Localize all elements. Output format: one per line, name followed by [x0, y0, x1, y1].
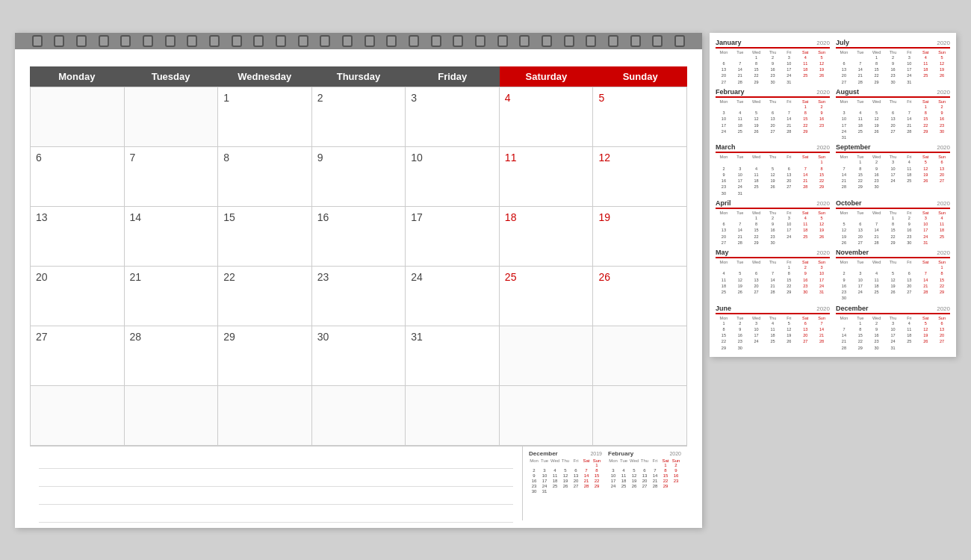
- day-cell: 29: [218, 326, 312, 386]
- small-day: [901, 184, 917, 190]
- day-cell: 4: [500, 87, 594, 147]
- small-day: [765, 345, 781, 351]
- small-day: 2: [716, 166, 732, 172]
- small-day: 4: [869, 270, 885, 276]
- small-day: 5: [765, 166, 781, 172]
- small-day: 2: [934, 104, 950, 110]
- small-day: 18: [852, 122, 869, 128]
- small-day: 19: [836, 234, 852, 240]
- mini-day: [571, 463, 581, 468]
- day-header-tuesday: Tuesday: [124, 66, 218, 87]
- mini-day: 25: [618, 484, 629, 489]
- small-day: 6: [765, 110, 781, 116]
- mini-day: 31: [539, 489, 550, 494]
- small-day: 13: [901, 277, 917, 283]
- small-day: 7: [836, 166, 852, 172]
- small-day: 26: [781, 338, 797, 344]
- mini-day: 1: [660, 463, 671, 468]
- mini-day: 29: [592, 484, 602, 489]
- small-day: 7: [797, 166, 813, 172]
- small-day: 16: [901, 227, 917, 233]
- small-day: 10: [813, 270, 830, 276]
- small-day: 4: [917, 55, 934, 60]
- small-day: [901, 295, 917, 301]
- small-day: 2: [869, 159, 885, 165]
- mini-month-year: 2020: [669, 451, 681, 456]
- mini-day: 10: [539, 473, 550, 479]
- mini-day: 11: [550, 473, 560, 479]
- small-day: 13: [765, 116, 781, 122]
- small-day: [852, 134, 869, 140]
- small-day: 28: [765, 289, 781, 295]
- small-day: 18: [869, 283, 885, 289]
- mini-day: 4: [618, 468, 629, 473]
- year-overview-row: February2020MonTueWedThuFriSatSun1234567…: [716, 88, 950, 141]
- small-day: 8: [797, 110, 813, 116]
- small-day: [732, 264, 748, 270]
- small-day: 12: [885, 277, 902, 283]
- small-day: 12: [917, 166, 934, 172]
- small-day: 29: [852, 345, 869, 351]
- small-day: 3: [813, 264, 830, 270]
- day-number: 28: [130, 331, 142, 343]
- note-line: [39, 506, 513, 523]
- day-number: 17: [411, 211, 423, 223]
- small-day: 2: [732, 320, 748, 326]
- small-day: 15: [797, 116, 813, 122]
- small-day: [852, 295, 869, 301]
- calendar-content: MondayTuesdayWednesdayThursdayFridaySatu…: [15, 49, 702, 528]
- small-day: 11: [901, 326, 917, 332]
- small-day: 25: [852, 128, 869, 134]
- small-day: 4: [901, 159, 917, 165]
- mini-month-february: February2020MonTueWedThuFriSatSun1234567…: [608, 450, 681, 517]
- small-day: 10: [885, 326, 902, 332]
- small-month-name: May: [716, 249, 729, 256]
- small-day: 22: [917, 122, 934, 128]
- small-day: 30: [765, 240, 781, 246]
- small-day: 24: [885, 338, 902, 344]
- day-number: 22: [223, 271, 235, 283]
- small-day: [813, 345, 830, 351]
- small-day: 11: [797, 60, 813, 66]
- small-day: 10: [885, 166, 902, 172]
- small-day: 13: [716, 227, 732, 233]
- small-month-june: June2020MonTueWedThuFriSatSun12345678910…: [716, 305, 830, 351]
- small-day: 27: [781, 184, 797, 190]
- small-day: [813, 190, 830, 196]
- mini-day: 22: [592, 479, 602, 484]
- small-day: 6: [934, 159, 950, 165]
- small-day: [934, 295, 950, 301]
- mini-day: 24: [608, 484, 618, 489]
- day-number: 21: [130, 271, 142, 283]
- small-day: 20: [716, 72, 732, 78]
- small-day: 24: [917, 234, 934, 240]
- small-day: 17: [813, 277, 830, 283]
- mini-day: 3: [608, 468, 618, 473]
- day-cell: 25: [500, 267, 594, 326]
- small-month-name: December: [836, 305, 869, 312]
- small-day: 14: [901, 116, 917, 122]
- small-day: 11: [934, 221, 950, 227]
- day-header-friday: Friday: [406, 66, 500, 87]
- day-cell: 13: [31, 207, 125, 267]
- day-number: 25: [505, 271, 517, 283]
- mini-day: 20: [639, 479, 650, 484]
- small-day: 23: [869, 178, 885, 184]
- mini-day: [539, 463, 550, 468]
- small-day: 27: [934, 178, 950, 184]
- small-day: 28: [869, 240, 885, 246]
- day-cell: [125, 87, 219, 147]
- small-day: 7: [732, 60, 748, 66]
- mini-day: 26: [560, 484, 571, 489]
- small-day: [852, 215, 869, 221]
- small-day: [901, 104, 917, 110]
- small-day: 19: [765, 178, 781, 184]
- small-day: [716, 215, 732, 221]
- page-wrapper: MondayTuesdayWednesdayThursdayFridaySatu…: [0, 18, 971, 543]
- small-day: 5: [836, 221, 852, 227]
- small-day: 23: [901, 234, 917, 240]
- day-cell: 8: [218, 147, 312, 207]
- small-day: 10: [852, 277, 869, 283]
- small-day: 12: [765, 172, 781, 178]
- small-day: 27: [765, 128, 781, 134]
